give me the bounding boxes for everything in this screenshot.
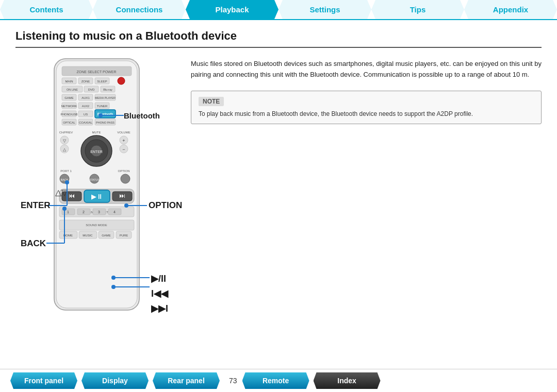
text-section: Music files stored on Bluetooth devices … xyxy=(191,56,542,324)
svg-text:+: + xyxy=(122,138,125,143)
tab-settings[interactable]: Settings xyxy=(278,0,371,19)
svg-text:2: 2 xyxy=(83,210,85,214)
svg-text:△: △ xyxy=(63,147,67,152)
bottom-tab-index[interactable]: Index xyxy=(314,372,381,389)
svg-text:Blu-ray: Blu-ray xyxy=(103,88,112,91)
svg-text:COAXIAL: COAXIAL xyxy=(79,121,93,124)
main-content: Listening to music on a Bluetooth device… xyxy=(0,20,557,329)
svg-text:NETWORK: NETWORK xyxy=(61,105,77,108)
svg-text:⏭: ⏭ xyxy=(119,192,125,199)
svg-text:PHONO PASS: PHONO PASS xyxy=(96,121,114,124)
svg-text:DVD: DVD xyxy=(88,88,95,91)
svg-point-64 xyxy=(121,174,130,183)
option-label: OPTION xyxy=(149,200,182,211)
tab-playback[interactable]: Playback xyxy=(186,0,278,19)
svg-text:MUTE: MUTE xyxy=(92,131,101,134)
note-box: NOTE To play back music from a Bluetooth… xyxy=(191,91,542,124)
svg-text:Bluetooth: Bluetooth xyxy=(97,112,113,116)
description-text: Music files stored on Bluetooth devices … xyxy=(191,59,542,80)
svg-text:SLEEP: SLEEP xyxy=(97,80,107,83)
tab-tips[interactable]: Tips xyxy=(371,0,464,19)
svg-text:AUX2: AUX2 xyxy=(82,105,89,108)
svg-text:OPTICAL: OPTICAL xyxy=(63,121,75,124)
note-label: NOTE xyxy=(199,97,224,106)
page-title: Listening to music on a Bluetooth device xyxy=(15,29,542,48)
svg-text:▽: ▽ xyxy=(63,139,67,143)
svg-text:ON LINE: ON LINE xyxy=(67,88,78,91)
back-label: BACK xyxy=(21,238,46,249)
svg-text:ZONE SELECT    POWER: ZONE SELECT POWER xyxy=(77,70,117,74)
svg-text:VOLUME: VOLUME xyxy=(117,131,130,134)
svg-text:OPTION: OPTION xyxy=(118,169,129,173)
bottom-tab-front-panel[interactable]: Front panel xyxy=(10,372,77,389)
remote-image: ZONE SELECT POWER MAIN ZONE SLEEP ON LIN… xyxy=(49,56,144,314)
svg-text:STATUS: STATUS xyxy=(90,178,100,181)
svg-text:BACK: BACK xyxy=(61,178,69,181)
play-pause-label: ▶/II I◀◀ ▶▶I xyxy=(151,271,181,316)
bottom-tab-remote[interactable]: Remote xyxy=(242,372,309,389)
top-navigation: Contents Connections Playback Settings T… xyxy=(0,0,557,20)
svg-text:US: US xyxy=(84,113,88,116)
bottom-navigation: Front panel Display Rear panel 73 Remote… xyxy=(0,369,557,392)
svg-text:ZONE: ZONE xyxy=(81,80,90,83)
svg-text:GAME: GAME xyxy=(64,96,74,99)
enter-label: ENTER xyxy=(21,200,51,211)
svg-text:⏮: ⏮ xyxy=(69,192,75,199)
content-area: ZONE SELECT POWER MAIN ZONE SLEEP ON LIN… xyxy=(15,56,542,324)
tab-appendix[interactable]: Appendix xyxy=(464,0,557,19)
svg-text:MEDIA PLAYER: MEDIA PLAYER xyxy=(95,96,116,99)
remote-diagram: ZONE SELECT POWER MAIN ZONE SLEEP ON LIN… xyxy=(15,56,181,324)
svg-text:MAIN: MAIN xyxy=(65,80,73,83)
svg-text:CH/PREV: CH/PREV xyxy=(59,131,73,134)
note-text: To play back music from a Bluetooth devi… xyxy=(199,109,534,118)
svg-text:PURE: PURE xyxy=(120,234,128,237)
tab-contents[interactable]: Contents xyxy=(0,0,93,19)
svg-text:MUSIC: MUSIC xyxy=(83,234,93,237)
svg-text:PORT 1: PORT 1 xyxy=(60,169,72,173)
bluetooth-label: Bluetooth xyxy=(124,111,160,120)
svg-text:▶⏸: ▶⏸ xyxy=(91,193,103,200)
svg-text:GAME: GAME xyxy=(102,234,111,237)
tab-connections[interactable]: Connections xyxy=(93,0,186,19)
svg-point-10 xyxy=(118,77,125,84)
svg-text:SOUND MODE: SOUND MODE xyxy=(86,224,107,227)
svg-text:3: 3 xyxy=(98,210,100,214)
svg-text:1: 1 xyxy=(67,210,69,214)
page-number: 73 xyxy=(229,377,237,385)
bottom-tab-display[interactable]: Display xyxy=(81,372,149,389)
svg-text:ENTER: ENTER xyxy=(90,150,103,154)
svg-text:−: − xyxy=(122,147,125,152)
svg-text:AUX1: AUX1 xyxy=(81,96,90,99)
bottom-tab-rear-panel[interactable]: Rear panel xyxy=(153,372,220,389)
svg-text:TUNER: TUNER xyxy=(97,105,108,108)
svg-text:4: 4 xyxy=(113,210,116,214)
svg-text:HOME: HOME xyxy=(63,234,73,237)
svg-text:PHONO/USB: PHONO/USB xyxy=(60,113,77,116)
